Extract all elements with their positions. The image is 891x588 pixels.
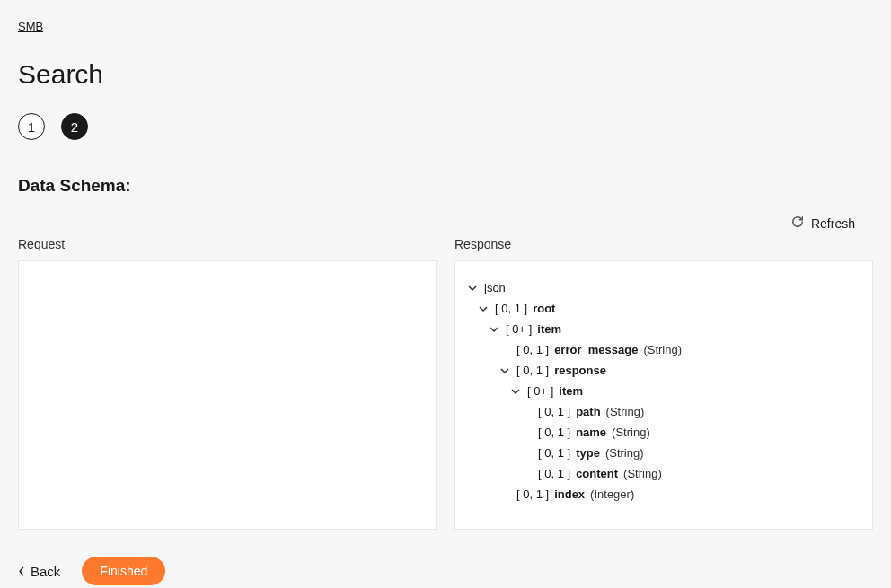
refresh-label: Refresh bbox=[811, 216, 855, 231]
field-type: (Integer) bbox=[590, 487, 634, 501]
cardinality: [ 0, 1 ] bbox=[538, 405, 570, 418]
response-body[interactable]: json [ 0, 1 ] root [ 0+ ] bbox=[454, 260, 873, 530]
tree-node-root[interactable]: [ 0, 1 ] root bbox=[477, 298, 861, 319]
refresh-button[interactable]: Refresh bbox=[18, 215, 873, 232]
tree-node-index[interactable]: [ 0, 1 ] index (Integer) bbox=[498, 484, 861, 505]
back-label: Back bbox=[31, 564, 60, 579]
field-name-error-message: error_message bbox=[554, 343, 638, 356]
field-name-content: content bbox=[576, 467, 618, 480]
chevron-down-icon[interactable] bbox=[498, 364, 511, 377]
response-label: Response bbox=[454, 237, 873, 251]
schema-panels: Request Response json [ 0, 1 ] root bbox=[18, 237, 873, 530]
cardinality: [ 0, 1 ] bbox=[516, 487, 549, 501]
step-connector bbox=[45, 127, 61, 127]
chevron-down-icon[interactable] bbox=[509, 385, 522, 398]
cardinality: [ 0, 1 ] bbox=[516, 364, 549, 377]
tree-leaf-spacer bbox=[520, 426, 533, 439]
cardinality: [ 0, 1 ] bbox=[538, 426, 570, 439]
field-name-item: item bbox=[537, 322, 561, 336]
cardinality: [ 0, 1 ] bbox=[538, 467, 570, 480]
tree-node-content[interactable]: [ 0, 1 ] content (String) bbox=[520, 463, 861, 484]
step-2[interactable]: 2 bbox=[61, 113, 88, 140]
cardinality: [ 0+ ] bbox=[506, 322, 532, 336]
tree-node-name[interactable]: [ 0, 1 ] name (String) bbox=[520, 422, 861, 443]
field-name-item-inner: item bbox=[559, 384, 583, 398]
tree-leaf-spacer bbox=[520, 447, 533, 460]
refresh-icon bbox=[791, 215, 804, 232]
tree-node-path[interactable]: [ 0, 1 ] path (String) bbox=[520, 401, 861, 422]
tree-node-response[interactable]: [ 0, 1 ] response bbox=[498, 360, 861, 381]
field-name-index: index bbox=[554, 487, 585, 501]
tree-leaf-spacer bbox=[520, 468, 533, 480]
tree-node-item[interactable]: [ 0+ ] item bbox=[488, 319, 861, 339]
chevron-down-icon[interactable] bbox=[466, 282, 479, 294]
field-type: (String) bbox=[605, 446, 644, 460]
tree-leaf-spacer bbox=[520, 406, 533, 418]
page-title: Search bbox=[18, 59, 873, 90]
cardinality: [ 0, 1 ] bbox=[495, 302, 527, 315]
field-type: (String) bbox=[643, 343, 682, 356]
request-body[interactable] bbox=[18, 260, 437, 530]
wizard-steps: 1 2 bbox=[18, 113, 873, 140]
tree-leaf-spacer bbox=[498, 344, 511, 356]
breadcrumb-smb[interactable]: SMB bbox=[18, 20, 43, 33]
cardinality: [ 0, 1 ] bbox=[538, 446, 570, 460]
cardinality: [ 0+ ] bbox=[527, 384, 553, 398]
field-name-root: root bbox=[533, 302, 555, 315]
field-name-type: type bbox=[576, 446, 600, 460]
chevron-down-icon[interactable] bbox=[488, 323, 500, 336]
response-panel: Response json [ 0, 1 ] root bbox=[454, 237, 873, 530]
back-button[interactable]: Back bbox=[18, 564, 60, 579]
tree-label-json: json bbox=[484, 281, 506, 294]
field-name-path: path bbox=[576, 405, 600, 418]
footer-actions: Back Finished bbox=[18, 557, 873, 585]
request-label: Request bbox=[18, 237, 437, 251]
chevron-down-icon[interactable] bbox=[477, 303, 490, 315]
chevron-left-icon bbox=[18, 564, 25, 579]
request-panel: Request bbox=[18, 237, 437, 530]
tree-node-error-message[interactable]: [ 0, 1 ] error_message (String) bbox=[498, 339, 861, 360]
field-type: (String) bbox=[606, 405, 645, 418]
section-title-data-schema: Data Schema: bbox=[18, 176, 873, 196]
step-1[interactable]: 1 bbox=[18, 113, 45, 140]
tree-node-item-inner[interactable]: [ 0+ ] item bbox=[509, 381, 861, 401]
field-type: (String) bbox=[623, 467, 662, 480]
tree-leaf-spacer bbox=[498, 488, 511, 501]
field-type: (String) bbox=[612, 426, 650, 439]
tree-node-json[interactable]: json bbox=[466, 277, 861, 298]
tree-node-type[interactable]: [ 0, 1 ] type (String) bbox=[520, 443, 861, 463]
field-name-name: name bbox=[576, 426, 606, 439]
cardinality: [ 0, 1 ] bbox=[516, 343, 549, 356]
finished-button[interactable]: Finished bbox=[82, 557, 165, 585]
field-name-response: response bbox=[554, 364, 606, 377]
